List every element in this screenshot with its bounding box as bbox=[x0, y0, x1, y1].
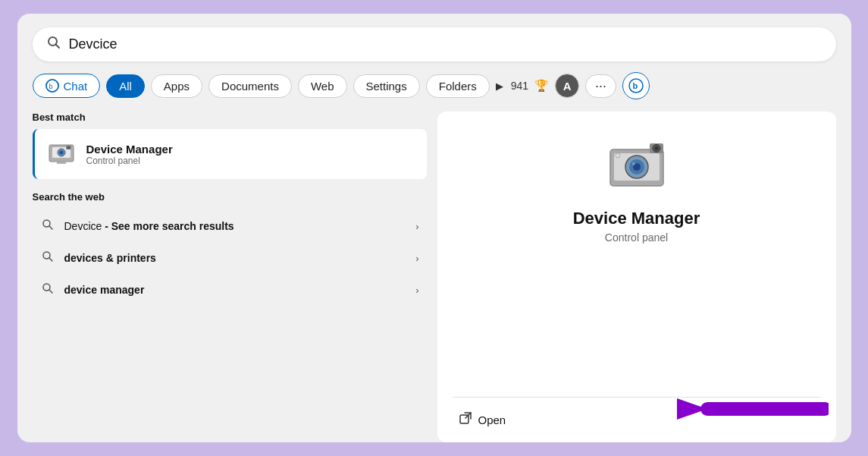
web-result-2[interactable]: device manager › bbox=[33, 274, 427, 306]
settings-label: Settings bbox=[366, 80, 407, 93]
filter-folders[interactable]: Folders bbox=[426, 74, 490, 98]
right-app-icon bbox=[603, 134, 671, 195]
web-result-text-0: Devcice - See more search results bbox=[64, 220, 407, 232]
search-icon bbox=[46, 35, 61, 54]
documents-label: Documents bbox=[221, 80, 279, 93]
bing-icon[interactable]: b bbox=[622, 72, 650, 99]
main-content: Best match bbox=[33, 112, 836, 442]
chat-label: Chat bbox=[64, 80, 88, 93]
svg-point-13 bbox=[67, 146, 70, 149]
best-match-title: Device Manager bbox=[86, 143, 173, 156]
svg-point-29 bbox=[616, 153, 620, 158]
filter-play-button[interactable]: ▶ bbox=[496, 80, 503, 92]
apps-label: Apps bbox=[164, 80, 190, 93]
web-label: Web bbox=[311, 80, 334, 93]
filter-apps[interactable]: Apps bbox=[151, 74, 202, 98]
svg-line-19 bbox=[49, 290, 52, 293]
search-panel: Devcice b Chat All Apps Documents Web bbox=[17, 14, 851, 442]
search-icon-2 bbox=[40, 282, 55, 297]
account-avatar[interactable]: A bbox=[555, 74, 579, 98]
search-input[interactable]: Devcice bbox=[69, 36, 823, 52]
filter-documents[interactable]: Documents bbox=[208, 74, 292, 98]
search-icon-1 bbox=[40, 250, 55, 266]
filter-all[interactable]: All bbox=[106, 74, 145, 98]
svg-line-17 bbox=[49, 258, 52, 261]
web-result-0[interactable]: Devcice - See more search results › bbox=[33, 210, 427, 242]
right-panel: Device Manager Control panel bbox=[437, 112, 836, 442]
best-match-subtitle: Control panel bbox=[86, 156, 173, 166]
filter-settings[interactable]: Settings bbox=[353, 74, 420, 98]
svg-text:b: b bbox=[633, 81, 638, 90]
svg-text:b: b bbox=[49, 83, 52, 90]
all-label: All bbox=[119, 80, 132, 93]
chevron-right-icon-2: › bbox=[415, 285, 418, 296]
right-app-subtitle: Control panel bbox=[605, 231, 668, 244]
open-label: Open bbox=[478, 414, 506, 426]
open-button[interactable]: Open bbox=[453, 408, 512, 432]
filter-web[interactable]: Web bbox=[298, 74, 347, 98]
filter-chat[interactable]: b Chat bbox=[33, 74, 101, 98]
chevron-right-icon-1: › bbox=[415, 253, 418, 264]
web-result-text-2: device manager bbox=[64, 284, 407, 296]
right-panel-content: Device Manager Control panel bbox=[453, 134, 821, 397]
right-app-title: Device Manager bbox=[573, 209, 700, 228]
svg-line-15 bbox=[49, 226, 52, 229]
chevron-right-icon-0: › bbox=[415, 221, 418, 232]
svg-line-1 bbox=[55, 45, 59, 49]
more-button[interactable]: ··· bbox=[585, 74, 616, 98]
svg-point-28 bbox=[654, 146, 658, 150]
best-match-item[interactable]: Device Manager Control panel bbox=[33, 129, 427, 179]
search-icon-0 bbox=[40, 219, 55, 234]
web-result-1[interactable]: devices & printers › bbox=[33, 242, 427, 274]
svg-point-25 bbox=[632, 162, 635, 165]
left-panel: Best match bbox=[33, 112, 427, 442]
search-web-label: Search the web bbox=[33, 191, 427, 203]
best-match-info: Device Manager Control panel bbox=[86, 143, 173, 166]
best-match-label: Best match bbox=[33, 112, 427, 123]
filter-bar: b Chat All Apps Documents Web Settings F… bbox=[33, 72, 836, 99]
right-actions: Open bbox=[453, 398, 821, 442]
filter-count: 941 bbox=[511, 80, 528, 92]
svg-point-11 bbox=[60, 152, 62, 154]
trophy-icon: 🏆 bbox=[534, 79, 549, 93]
search-bar[interactable]: Devcice bbox=[33, 27, 836, 61]
web-result-text-1: devices & printers bbox=[64, 252, 407, 264]
open-external-icon bbox=[459, 411, 472, 429]
svg-rect-8 bbox=[57, 162, 66, 164]
device-manager-icon bbox=[45, 138, 77, 170]
folders-label: Folders bbox=[439, 80, 477, 93]
